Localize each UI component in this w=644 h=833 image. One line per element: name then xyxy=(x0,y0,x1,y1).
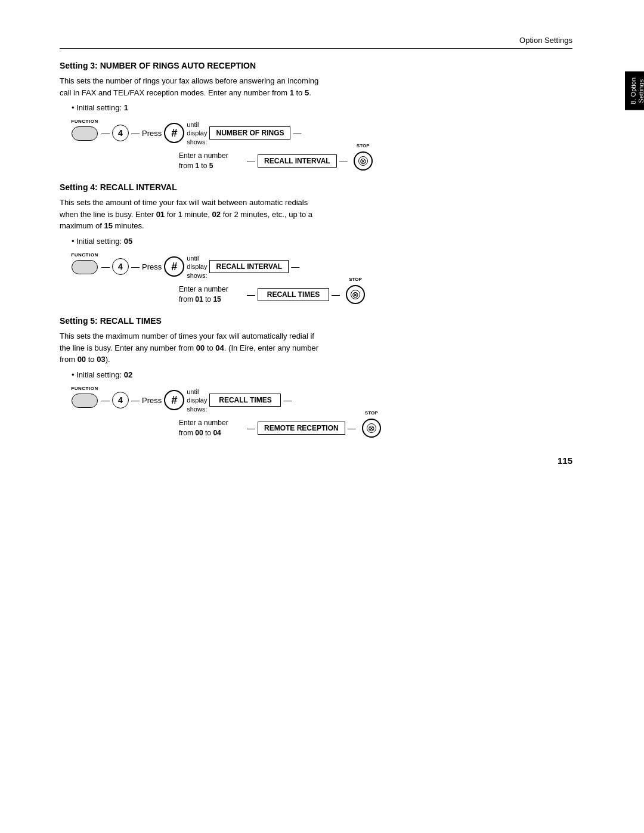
enter-text5: Enter a number from 00 to 04 xyxy=(179,418,244,438)
function-label5: FUNCTION xyxy=(71,386,98,391)
function-button4 xyxy=(72,260,98,274)
stop-label5: STOP xyxy=(365,410,378,416)
stop-label4: STOP xyxy=(349,277,362,282)
setting3-heading: Setting 3: NUMBER OF RINGS AUTO RECEPTIO… xyxy=(60,61,572,70)
display-box5: RECALL TIMES xyxy=(209,394,281,407)
diagram5-row2: Enter a number from 00 to 04 — REMOTE RE… xyxy=(179,418,572,438)
second-display-box4: RECALL TIMES xyxy=(258,288,329,301)
diagram3-row1: FUNCTION — 4 — Press # unt xyxy=(72,120,572,146)
side-tab: 8. Option Settings xyxy=(625,72,644,110)
stop-button5: ⊗ xyxy=(362,419,381,438)
diagram4-row2: Enter a number from 01 to 15 — RECALL TI… xyxy=(179,284,572,305)
setting3-section: Setting 3: NUMBER OF RINGS AUTO RECEPTIO… xyxy=(60,61,572,171)
stop-label1: STOP xyxy=(357,143,370,148)
diagram3-row2: Enter a number from 1 to 5 — RECALL INTE… xyxy=(179,151,572,171)
setting5-initial: • Initial setting: 02 xyxy=(72,370,572,379)
page-header: Option Settings xyxy=(60,36,572,49)
function-button xyxy=(72,126,98,141)
setting4-section: Setting 4: RECALL INTERVAL This sets the… xyxy=(60,182,572,304)
arrow3: — xyxy=(293,128,301,138)
setting4-initial: • Initial setting: 05 xyxy=(72,237,572,246)
setting4-diagram: FUNCTION — 4 — Press # until display sho… xyxy=(72,254,572,304)
enter-text4: Enter a number from 01 to 15 xyxy=(179,284,244,305)
function-label: FUNCTION xyxy=(71,119,98,124)
hash-button5: # xyxy=(164,390,184,410)
page-number: 115 xyxy=(60,456,572,466)
hash-button: # xyxy=(164,123,184,143)
hash-button4: # xyxy=(164,256,184,277)
enter-text: Enter a number from 1 to 5 xyxy=(179,151,244,171)
press-label5: Press xyxy=(142,396,162,405)
setting3-body: This sets the number of rings your fax a… xyxy=(60,75,572,98)
until-text: until display shows: xyxy=(187,120,207,146)
number4-button: 4 xyxy=(112,125,129,141)
setting5-body: This sets the maximum number of times yo… xyxy=(60,330,572,366)
display-box1: NUMBER OF RINGS xyxy=(209,126,290,140)
press-label: Press xyxy=(142,129,162,138)
stop-button4: ⊗ xyxy=(346,285,365,304)
setting5-heading: Setting 5: RECALL TIMES xyxy=(60,316,572,326)
number4-button4: 4 xyxy=(112,258,129,275)
display-box4: RECALL INTERVAL xyxy=(209,260,289,273)
setting5-section: Setting 5: RECALL TIMES This sets the ma… xyxy=(60,316,572,438)
press-label4: Press xyxy=(142,262,162,271)
second-display-box1: RECALL INTERVAL xyxy=(258,154,337,168)
number4-button5: 4 xyxy=(112,392,129,408)
diagram4-row1: FUNCTION — 4 — Press # until display sho… xyxy=(72,254,572,280)
function-label4: FUNCTION xyxy=(71,252,98,258)
stop-button1: ⊗ xyxy=(354,151,373,171)
arrow1: — xyxy=(101,128,110,138)
diagram5-row1: FUNCTION — 4 — Press # until display sho… xyxy=(72,388,572,413)
setting5-diagram: FUNCTION — 4 — Press # until display sho… xyxy=(72,388,572,438)
setting4-body: This sets the amount of time your fax wi… xyxy=(60,197,572,232)
function-button5 xyxy=(72,394,98,408)
setting4-heading: Setting 4: RECALL INTERVAL xyxy=(60,182,572,192)
second-display-box5: REMOTE RECEPTION xyxy=(258,422,345,435)
setting3-initial: • Initial setting: 1 xyxy=(72,103,572,112)
arrow4: — xyxy=(247,156,255,166)
arrow5: — xyxy=(339,156,348,166)
setting3-diagram: FUNCTION — 4 — Press # unt xyxy=(72,120,572,171)
arrow2: — xyxy=(131,128,140,138)
